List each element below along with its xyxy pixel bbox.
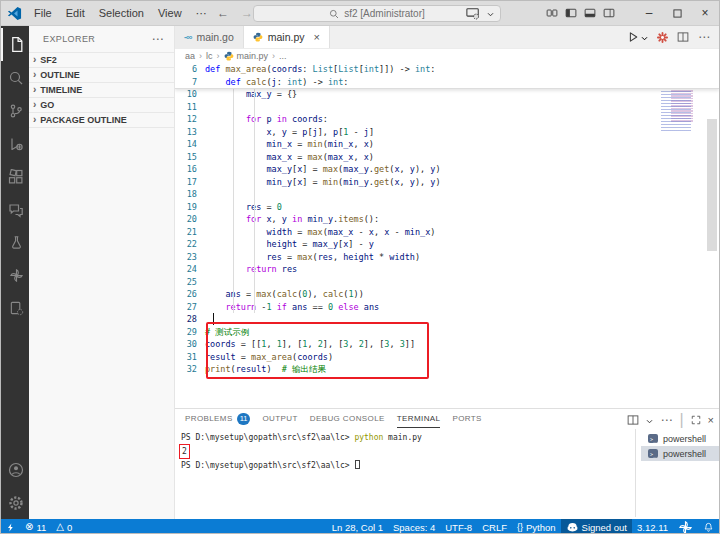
terminal-output[interactable]: PS D:\mysetup\gopath\src\sf2\aa\lc> pyth… [181,431,633,517]
sticky-scroll[interactable]: 6def max_area(coords: List[List[int]]) -… [175,63,719,89]
panel-tab-problems[interactable]: PROBLEMS11 [185,409,250,428]
code-line[interactable]: 14 min_x = min(min_x, x) [175,138,719,151]
status-cursor-position[interactable]: Ln 28, Col 1 [327,519,388,534]
line-number[interactable]: 12 [175,113,205,126]
terminal-session-item[interactable]: >_powershell [641,431,719,446]
code-text[interactable]: for p in coords: [205,113,328,126]
activity-item-run-debug-icon[interactable] [1,127,29,160]
terminal-session-item[interactable]: >_powershell [641,446,719,461]
menu-file[interactable]: File [27,7,59,19]
code-text[interactable]: res = max(res, height * width) [205,251,420,264]
breadcrumb-item----[interactable]: ... [279,51,287,61]
activity-item-source-control-icon[interactable] [1,94,29,127]
code-line[interactable]: 27 return -1 if ans == 0 else ans [175,301,719,314]
activity-item-settings-gear-icon[interactable] [1,486,29,519]
run-dropdown-icon[interactable] [641,36,648,41]
tab-main-go[interactable]: -∞main.go [175,26,244,48]
run-button-icon[interactable] [627,31,639,43]
code-text[interactable]: return res [205,263,297,276]
panel-more-icon[interactable]: ⋯ [660,413,672,427]
code-text[interactable]: for x, y in min_y.items(): [205,213,379,226]
editor-scrollbar[interactable] [707,119,717,251]
menu-more[interactable]: ⋯ [189,7,214,20]
code-text[interactable]: max_x = max(max_x, x) [205,151,374,164]
line-number[interactable]: 13 [175,126,205,139]
code-line[interactable]: 17 min_y[x] = min(min_y.get(x, y), y) [175,176,719,189]
code-line[interactable]: 24 return res [175,263,719,276]
panel-tab-terminal[interactable]: TERMINAL [397,409,441,428]
line-number[interactable]: 30 [175,338,205,351]
code-text[interactable]: max_y[x] = max(max_y.get(x, y), y) [205,163,441,176]
toggle-panel-icon[interactable] [584,7,596,19]
code-text[interactable]: return -1 if ans == 0 else ans [205,301,379,314]
close-panel-icon[interactable]: × [708,414,714,426]
close-button[interactable]: × [691,1,719,25]
line-number[interactable]: 22 [175,238,205,251]
line-number[interactable]: 28 [175,313,205,326]
line-number[interactable]: 16 [175,163,205,176]
code-text[interactable]: min_y[x] = min(min_y.get(x, y), y) [205,176,441,189]
code-line[interactable]: 16 max_y[x] = max(max_y.get(x, y), y) [175,163,719,176]
sidebar-more-icon[interactable]: ⋯ [152,32,164,46]
status-notifications-bell[interactable] [698,519,719,534]
activity-item-explorer-icon[interactable] [1,28,29,61]
status-copilot-status[interactable]: Signed out [561,519,632,534]
line-number[interactable]: 32 [175,363,205,376]
maximize-panel-icon[interactable] [691,415,701,425]
menu-edit[interactable]: Edit [59,7,92,19]
activity-item-testing-icon[interactable] [1,226,29,259]
status-eol-sequence[interactable]: CRLF [477,519,512,534]
line-number[interactable]: 14 [175,138,205,151]
line-number[interactable]: 29 [175,326,205,339]
status-language-mode[interactable]: {}Python [512,519,561,534]
line-number[interactable]: 20 [175,213,205,226]
line-number[interactable]: 25 [175,276,205,289]
breadcrumb-item-main-py[interactable]: main.py [224,51,269,61]
toggle-sidebar-icon[interactable] [565,7,577,19]
code-line[interactable]: 25 [175,276,719,289]
line-number[interactable]: 21 [175,226,205,239]
line-number[interactable]: 11 [175,101,205,114]
tab-main-py[interactable]: main.py× [244,26,330,48]
line-number[interactable]: 26 [175,288,205,301]
split-editor-icon[interactable] [677,31,689,43]
breadcrumb-item-lc[interactable]: lc [206,51,213,61]
minimize-button[interactable]: – [635,1,663,25]
code-line[interactable]: 7 def calc(j: int) -> int: [175,76,719,89]
code-editor[interactable]: 6def max_area(coords: List[List[int]]) -… [175,63,719,408]
close-tab-icon[interactable]: × [314,31,320,43]
line-number[interactable]: 7 [175,76,205,89]
status-indentation[interactable]: Spaces: 4 [388,519,440,534]
toggle-secondary-sidebar-icon[interactable] [603,7,615,19]
menu-view[interactable]: View [151,7,189,19]
code-text[interactable]: min_x = min(min_x, x) [205,138,374,151]
code-line[interactable]: 26 ans = max(calc(0), calc(1)) [175,288,719,301]
sidebar-section-sf2[interactable]: ›SF2 [29,52,174,67]
line-number[interactable]: 31 [175,351,205,364]
code-line[interactable]: 11 [175,101,719,114]
line-number[interactable]: 23 [175,251,205,264]
maximize-button[interactable] [663,1,691,25]
code-line[interactable]: 22 height = max_y[x] - y [175,238,719,251]
code-text[interactable]: width = max(max_x - x, x - min_x) [205,226,435,239]
activity-item-pinwheel-icon[interactable] [1,259,29,292]
code-text[interactable]: height = max_y[x] - y [205,238,374,251]
code-line[interactable]: 23 res = max(res, height * width) [175,251,719,264]
code-text[interactable]: def max_area(coords: List[List[int]]) ->… [205,63,435,76]
activity-item-chat-icon[interactable] [1,193,29,226]
split-terminal-icon[interactable] [627,414,639,426]
code-line[interactable]: 18 [175,188,719,201]
activity-item-extensions-icon[interactable] [1,160,29,193]
code-line[interactable]: 12 for p in coords: [175,113,719,126]
code-line[interactable]: 20 for x, y in min_y.items(): [175,213,719,226]
line-number[interactable]: 6 [175,63,205,76]
code-text[interactable]: max_y = {} [205,88,297,101]
forward-arrow-icon[interactable]: → [241,6,253,20]
back-arrow-icon[interactable]: ← [217,6,229,20]
code-text[interactable]: ans = max(calc(0), calc(1)) [205,288,364,301]
desktop-settings-icon[interactable] [466,7,480,20]
editor-more-icon[interactable]: ⋯ [698,30,710,44]
panel-tab-output[interactable]: OUTPUT [262,409,297,428]
code-line[interactable]: 6def max_area(coords: List[List[int]]) -… [175,63,719,76]
activity-item-search-icon[interactable] [1,61,29,94]
